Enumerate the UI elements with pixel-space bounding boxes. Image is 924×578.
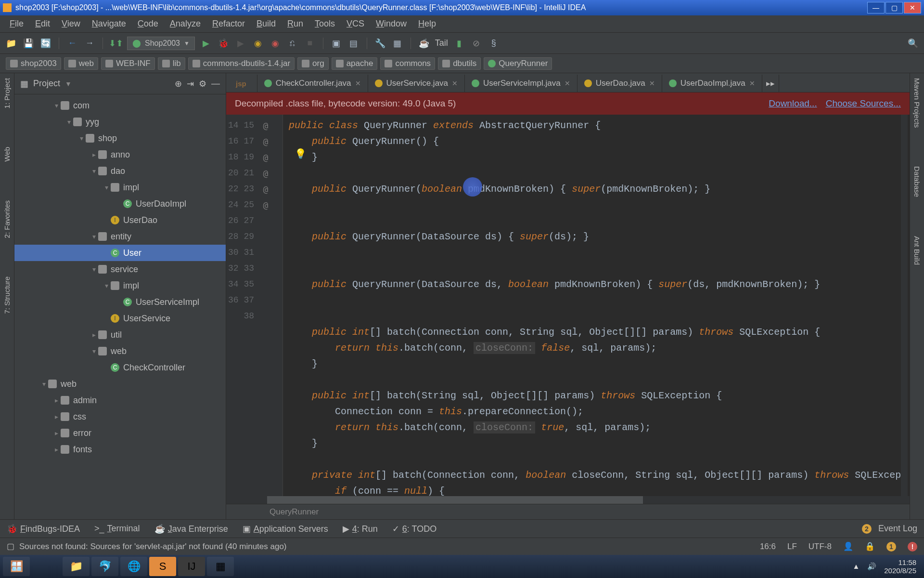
menu-file[interactable]: File bbox=[5, 17, 28, 31]
warn-badge-icon[interactable]: 1 bbox=[886, 542, 896, 552]
project-tool-window[interactable]: ▦ Project ▼ ⊕ ⇥ ⚙ — ▾com▾yyg▾shop▸anno▾d… bbox=[14, 73, 226, 519]
breadcrumb-item[interactable]: WEB-INF bbox=[101, 57, 155, 70]
tree-node-entity[interactable]: ▾entity bbox=[14, 228, 226, 245]
tree-node-checkcontroller[interactable]: CCheckController bbox=[14, 359, 226, 376]
tree-node-userdaoimpl[interactable]: CUserDaoImpl bbox=[14, 196, 226, 212]
intellij-icon[interactable]: IJ bbox=[178, 557, 205, 576]
menu-build[interactable]: Build bbox=[252, 17, 281, 31]
maximize-button[interactable]: ▢ bbox=[886, 2, 903, 13]
tree-node-service[interactable]: ▾service bbox=[14, 261, 226, 277]
menu-tools[interactable]: Tools bbox=[310, 17, 340, 31]
tree-node-impl[interactable]: ▾impl bbox=[14, 277, 226, 294]
settings-icon[interactable]: ⚙ bbox=[199, 79, 206, 89]
scroll-from-source-icon[interactable]: ⊕ bbox=[175, 79, 182, 89]
structure-icon[interactable]: ▦ bbox=[391, 37, 404, 50]
tab-jsp[interactable]: jsp bbox=[229, 75, 257, 92]
debug-icon[interactable]: 🐞 bbox=[217, 37, 230, 50]
tree-node-com[interactable]: ▾com bbox=[14, 97, 226, 114]
explorer-icon[interactable]: 📁 bbox=[63, 557, 90, 576]
line-gutter[interactable]: 14 15 16 17 18 19 20 21 22 23 24 25 26 2… bbox=[226, 115, 260, 496]
bottom-tool-application-servers[interactable]: ▣Application Servers bbox=[243, 524, 328, 534]
menu-help[interactable]: Help bbox=[413, 17, 441, 31]
tab-close-icon[interactable]: ✕ bbox=[565, 79, 570, 87]
run-icon[interactable]: ▶ bbox=[200, 37, 212, 50]
code-editor[interactable]: public class QueryRunner extends Abstrac… bbox=[283, 115, 910, 496]
project-gear-icon[interactable]: ▦ bbox=[20, 79, 28, 89]
tray-flag-icon[interactable]: ▲ bbox=[852, 562, 860, 570]
coverage-icon[interactable]: ◉ bbox=[252, 37, 264, 50]
tab-close-icon[interactable]: ✕ bbox=[355, 79, 361, 87]
line-separator[interactable]: LF bbox=[787, 542, 797, 552]
tail-label[interactable]: Tail bbox=[435, 38, 448, 48]
breadcrumb-item[interactable]: apache bbox=[332, 57, 378, 70]
intention-bulb-icon[interactable]: 💡 bbox=[295, 146, 307, 162]
sync-icon[interactable]: 🔄 bbox=[39, 37, 52, 50]
forward-icon[interactable]: → bbox=[83, 37, 96, 50]
tree-node-admin[interactable]: ▸admin bbox=[14, 392, 226, 408]
menu-run[interactable]: Run bbox=[282, 17, 308, 31]
project-view-selector[interactable]: ▼ bbox=[65, 80, 72, 88]
tree-node-fonts[interactable]: ▸fonts bbox=[14, 441, 226, 458]
bottom-tool-terminal[interactable]: >_Terminal bbox=[94, 524, 140, 534]
dolphin-icon[interactable]: 🐬 bbox=[91, 557, 118, 576]
error-badge-icon[interactable]: ! bbox=[908, 542, 917, 552]
menu-refactor[interactable]: Refactor bbox=[207, 17, 250, 31]
hide-icon[interactable]: — bbox=[211, 79, 220, 89]
tab-close-icon[interactable]: ✕ bbox=[649, 79, 655, 87]
bookmark-icon[interactable]: ▮ bbox=[453, 37, 465, 50]
file-encoding[interactable]: UTF-8 bbox=[808, 542, 832, 552]
tree-node-web[interactable]: ▾web bbox=[14, 376, 226, 392]
build-icon[interactable]: ⬇⬆ bbox=[110, 37, 122, 50]
tree-node-css[interactable]: ▸css bbox=[14, 408, 226, 425]
breadcrumb-item[interactable]: web bbox=[64, 57, 98, 70]
deny-icon[interactable]: ⊘ bbox=[470, 37, 483, 50]
breadcrumb-item[interactable]: commons bbox=[380, 57, 435, 70]
settings-icon[interactable]: 🔧 bbox=[374, 37, 386, 50]
event-log-button[interactable]: Event Log bbox=[878, 524, 917, 534]
menu-view[interactable]: View bbox=[57, 17, 85, 31]
status-icon[interactable]: ▢ bbox=[7, 541, 14, 552]
inspect-icon[interactable]: 👤 bbox=[843, 541, 853, 552]
menu-navigate[interactable]: Navigate bbox=[87, 17, 131, 31]
breadcrumb-item[interactable]: dbutils bbox=[438, 57, 481, 70]
layout-icon[interactable]: ▣ bbox=[330, 37, 343, 50]
stripe-2-favorites[interactable]: 2: Favorites bbox=[3, 200, 11, 238]
stripe-ant-build[interactable]: Ant Build bbox=[913, 236, 921, 265]
breadcrumb-item[interactable]: org bbox=[297, 57, 329, 70]
bottom-tool-6-todo[interactable]: ✓6: TODO bbox=[392, 524, 436, 534]
stripe-1-project[interactable]: 1: Project bbox=[3, 78, 11, 108]
tree-node-shop[interactable]: ▾shop bbox=[14, 130, 226, 146]
choose-sources-link[interactable]: Choose Sources... bbox=[826, 98, 901, 109]
tabs-more-icon[interactable]: ▸▸ bbox=[762, 75, 779, 92]
download-link[interactable]: Download... bbox=[769, 98, 817, 109]
sublime-icon[interactable]: S bbox=[149, 557, 176, 576]
tray-volume-icon[interactable]: 🔊 bbox=[867, 562, 876, 570]
stripe-database[interactable]: Database bbox=[913, 166, 921, 197]
menu-window[interactable]: Window bbox=[371, 17, 411, 31]
attach-icon[interactable]: ⎌ bbox=[286, 37, 299, 50]
bottom-tool-4-run[interactable]: ▶4: Run bbox=[343, 524, 378, 534]
tree-node-impl[interactable]: ▾impl bbox=[14, 179, 226, 196]
bottom-tool-findbugs-idea[interactable]: 🐞FindBugs-IDEA bbox=[7, 524, 80, 534]
tab-checkcontroller-java[interactable]: CheckController.java✕ bbox=[257, 75, 368, 92]
vertical-scrollbar[interactable] bbox=[901, 115, 908, 496]
back-icon[interactable]: ← bbox=[66, 37, 78, 50]
tab-userdaoimpl-java[interactable]: UserDaoImpl.java✕ bbox=[662, 75, 762, 92]
breadcrumb-item[interactable]: lib bbox=[158, 57, 185, 70]
tree-node-util[interactable]: ▸util bbox=[14, 327, 226, 343]
stripe-web[interactable]: Web bbox=[3, 147, 11, 162]
tree-node-userserviceimpl[interactable]: CUserServiceImpl bbox=[14, 294, 226, 310]
tab-userserviceimpl-java[interactable]: UserServiceImpl.java✕ bbox=[465, 75, 578, 92]
editor-breadcrumbs[interactable]: QueryRunner bbox=[226, 504, 910, 519]
save-icon[interactable]: 💾 bbox=[22, 37, 35, 50]
stripe-maven-projects[interactable]: Maven Projects bbox=[913, 78, 921, 128]
run-config-selector[interactable]: ⬤ Shop2003 ▼ bbox=[127, 37, 195, 50]
sdk-icon[interactable]: ☕ bbox=[418, 37, 430, 50]
open-icon[interactable]: 📁 bbox=[5, 37, 17, 50]
bottom-tool-java-enterprise[interactable]: ☕Java Enterprise bbox=[154, 524, 228, 534]
tray-date[interactable]: 2020/8/25 bbox=[884, 566, 916, 575]
breadcrumb-item[interactable]: QueryRunner bbox=[484, 57, 552, 70]
menu-vcs[interactable]: VCS bbox=[342, 17, 369, 31]
chrome-icon[interactable]: 🌐 bbox=[120, 557, 147, 576]
menu-code[interactable]: Code bbox=[133, 17, 163, 31]
